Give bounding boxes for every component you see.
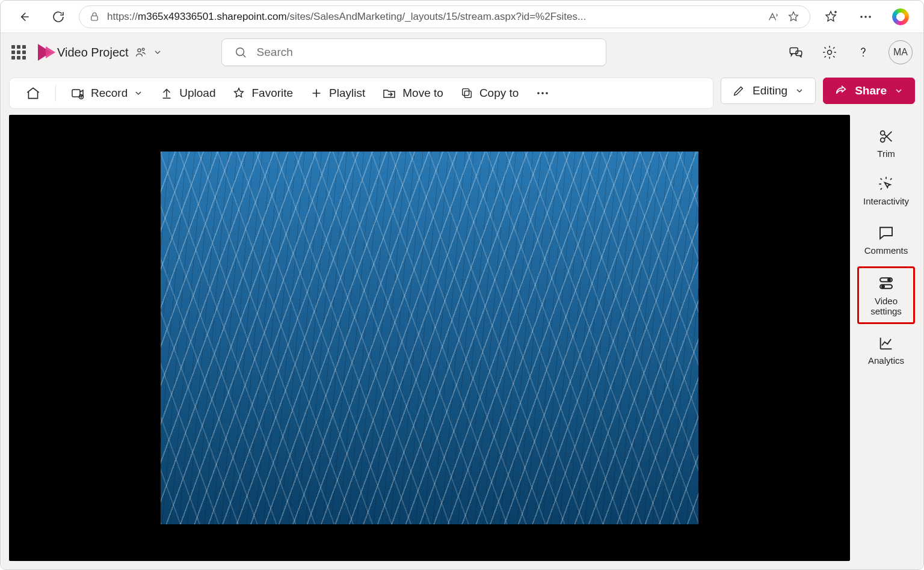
star-plus-icon [824,10,838,24]
move-to-button[interactable]: Move to [376,82,449,104]
svg-point-5 [142,48,144,51]
copilot-button[interactable] [886,6,915,28]
people-icon [135,46,147,58]
side-rail: Trim Interactivity Comments Videosetting… [857,115,915,561]
plus-icon [310,87,323,100]
search-icon [234,46,247,59]
rail-comments[interactable]: Comments [857,218,915,262]
gear-icon [822,44,837,60]
editing-mode-button[interactable]: Editing [721,78,816,104]
video-frame-ocean [161,152,698,524]
browser-toolbar: https://m365x49336501.sharepoint.com/sit… [1,1,923,33]
ellipsis-icon [535,86,550,100]
scissors-icon [878,128,895,145]
command-bar: Record Upload Favorite Playlist Move to [9,78,713,109]
main-content: Trim Interactivity Comments Videosetting… [1,115,923,569]
svg-point-3 [869,16,871,18]
rail-analytics[interactable]: Analytics [857,329,915,372]
svg-point-23 [882,285,884,287]
star-icon [232,87,245,100]
svg-point-9 [828,51,832,55]
svg-rect-11 [72,90,80,97]
pencil-icon [732,84,745,97]
rail-interactivity[interactable]: Interactivity [857,170,915,212]
search-box[interactable] [221,38,606,66]
divider [55,85,56,102]
chevron-down-icon [795,86,804,96]
back-button[interactable] [9,6,38,28]
refresh-button[interactable] [44,6,73,28]
svg-point-4 [137,49,140,52]
svg-point-21 [888,278,890,281]
svg-rect-0 [91,16,98,20]
url-text: https://m365x49336501.sharepoint.com/sit… [107,11,759,23]
svg-point-15 [538,92,540,94]
chevron-down-icon [134,88,143,98]
read-aloud-icon[interactable] [766,10,780,23]
svg-rect-14 [463,89,469,96]
svg-point-10 [863,55,864,57]
svg-point-2 [864,16,867,18]
playlist-button[interactable]: Playlist [304,83,371,103]
record-icon [70,86,85,100]
project-title-dropdown[interactable]: Video Project [57,46,162,60]
share-button[interactable]: Share [823,78,915,104]
lock-icon [89,11,100,22]
svg-point-1 [860,16,863,18]
app-header: Video Project MA [1,33,923,72]
feedback-icon [788,44,804,60]
svg-rect-13 [464,91,471,97]
address-bar[interactable]: https://m365x49336501.sharepoint.com/sit… [79,5,810,28]
refresh-icon [51,10,66,24]
settings-button[interactable] [821,44,838,61]
project-title-text: Video Project [57,46,129,60]
favorite-button[interactable]: Favorite [226,83,299,103]
chevron-down-icon [894,86,904,96]
ellipsis-icon [858,10,873,24]
favorites-button[interactable] [816,6,845,28]
home-button[interactable] [19,82,47,105]
analytics-icon [878,335,895,352]
command-row: Record Upload Favorite Playlist Move to [1,72,923,115]
rail-trim[interactable]: Trim [857,122,915,165]
user-avatar[interactable]: MA [889,40,913,64]
search-input[interactable] [257,46,594,59]
upload-button[interactable]: Upload [154,83,221,103]
copilot-icon [892,8,909,25]
copy-to-button[interactable]: Copy to [454,83,525,103]
svg-point-17 [546,92,549,94]
app-launcher-button[interactable] [11,45,26,60]
comment-icon [877,224,895,242]
more-commands-button[interactable] [529,82,556,104]
help-icon [856,45,870,60]
home-icon [25,85,41,101]
svg-point-6 [236,48,244,56]
arrow-left-icon [16,9,31,25]
avatar-initials: MA [893,47,908,58]
feedback-button[interactable] [787,44,804,61]
help-button[interactable] [855,44,872,61]
share-icon [834,84,848,97]
browser-more-button[interactable] [851,6,880,28]
video-player[interactable] [9,115,850,561]
sliders-icon [877,274,895,292]
rail-video-settings[interactable]: Videosettings [857,266,915,325]
cursor-click-icon [878,176,895,192]
svg-point-16 [542,92,544,94]
star-outline-icon[interactable] [787,10,800,23]
copy-icon [460,87,473,100]
move-folder-icon [382,86,396,100]
upload-icon [160,87,173,100]
record-button[interactable]: Record [64,82,149,104]
chevron-down-icon [153,48,162,57]
